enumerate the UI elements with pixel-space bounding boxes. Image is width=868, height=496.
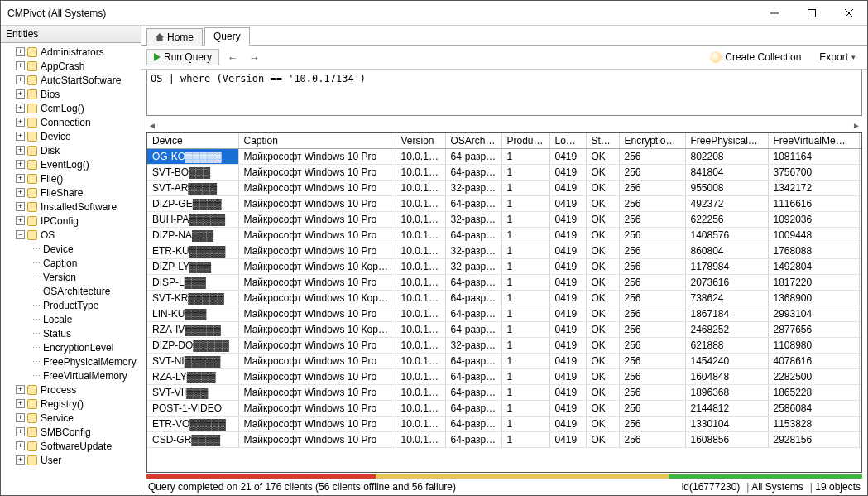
minimize-button[interactable] [755, 1, 793, 25]
tree-toggle-icon[interactable]: + [16, 188, 25, 197]
tree-node[interactable]: +Registry() [4, 397, 141, 411]
table-row[interactable]: ETR-KU▓▓▓▓▓Майкрософт Windows 10 Pro10.0… [147, 243, 861, 259]
tree-toggle-icon[interactable]: + [16, 174, 25, 183]
column-header[interactable]: Locale [549, 133, 586, 149]
tree-node[interactable]: +Administrators [4, 45, 141, 59]
tree-node[interactable]: +FileShare [4, 185, 141, 200]
table-row[interactable]: SVT-VII▓▓▓Майкрософт Windows 10 Pro10.0.… [147, 385, 861, 401]
tree-toggle-icon[interactable]: + [16, 118, 25, 127]
tree-node[interactable]: +Disk [4, 143, 141, 157]
tree-node[interactable]: +EventLog() [4, 157, 141, 171]
table-row[interactable]: DIZP-GE▓▓▓▓Майкрософт Windows 10 Pro10.0… [147, 196, 861, 212]
tab-query[interactable]: Query [204, 27, 250, 46]
table-row[interactable]: DISP-L▓▓▓Майкрософт Windows 10 Pro10.0.1… [147, 275, 861, 291]
tree-toggle-icon[interactable]: + [16, 455, 25, 465]
tree-node[interactable]: +User [4, 453, 141, 467]
tree-node[interactable]: +Process [4, 383, 141, 397]
cell-enc: 256 [619, 259, 685, 275]
tree-node[interactable]: +File() [4, 171, 141, 185]
column-header[interactable]: Caption [238, 133, 396, 149]
table-row[interactable]: OG-KO▓▓▓▓▓Майкрософт Windows 10 Pro10.0.… [147, 149, 861, 165]
tree-toggle-icon[interactable]: + [16, 61, 25, 70]
table-row[interactable]: RZA-LY▓▓▓▓Майкрософт Windows 10 Pro10.0.… [147, 369, 861, 385]
scroll-left-icon[interactable]: ◄ [148, 121, 156, 130]
tree-toggle-icon[interactable]: + [16, 385, 25, 394]
tree-node[interactable]: +SMBConfig [4, 425, 141, 439]
tree-node[interactable]: +Device [4, 129, 141, 143]
tree-toggle-icon[interactable]: + [16, 413, 25, 422]
column-header[interactable]: Version [396, 133, 445, 149]
tree-toggle-icon[interactable]: + [16, 146, 25, 155]
tree-node[interactable]: ⋯Version [4, 270, 141, 284]
tree-node[interactable]: ⋯Status [4, 326, 141, 340]
table-row[interactable]: DIZP-LY▓▓▓Майкрософт Windows 10 Корпорат… [147, 259, 861, 275]
tree-toggle-icon[interactable]: − [16, 230, 25, 239]
tree-node[interactable]: +SoftwareUpdate [4, 439, 141, 453]
tree-toggle-icon[interactable]: + [16, 104, 25, 113]
results-grid[interactable]: DeviceCaptionVersionOSArchitecturProduct… [147, 133, 861, 472]
table-row[interactable]: SVT-AR▓▓▓▓Майкрософт Windows 10 Pro10.0.… [147, 181, 861, 196]
run-query-button[interactable]: Run Query [146, 49, 219, 65]
tree-node[interactable]: ⋯EncryptionLevel [4, 340, 141, 354]
tree-node[interactable]: ⋯Device [4, 242, 141, 256]
tree-node[interactable]: ⋯Locale [4, 312, 141, 326]
tree-toggle-icon[interactable]: + [16, 202, 25, 211]
cell-device: LIN-KU▓▓▓ [147, 306, 238, 322]
column-header[interactable]: ProductTyp [501, 133, 549, 149]
table-row[interactable]: DIZP-DO▓▓▓▓▓Майкрософт Windows 10 Pro10.… [147, 338, 861, 354]
tree-node[interactable]: ⋯ProductType [4, 298, 141, 312]
column-header[interactable]: Device [147, 133, 238, 149]
tree-node[interactable]: ⋯OSArchitecture [4, 284, 141, 298]
tree-node[interactable]: ⋯FreeVirtualMemory [4, 368, 141, 383]
table-row[interactable]: ETR-VO▓▓▓▓▓Майкрософт Windows 10 Pro10.0… [147, 417, 861, 432]
tree-toggle-icon[interactable]: + [16, 89, 25, 99]
table-row[interactable]: SVT-BO▓▓▓Майкрософт Windows 10 Pro10.0.1… [147, 165, 861, 181]
table-row[interactable]: CSD-GR▓▓▓▓Майкрософт Windows 10 Pro10.0.… [147, 432, 861, 448]
tree-node[interactable]: +Service [4, 411, 141, 425]
column-header[interactable]: Status [586, 133, 619, 149]
tree-toggle-icon[interactable]: + [16, 441, 25, 450]
tree-node[interactable]: +AppCrash [4, 59, 141, 73]
column-header[interactable]: OSArchitectur [445, 133, 501, 149]
tree-toggle-icon[interactable]: + [16, 160, 25, 169]
entities-tree[interactable]: +Administrators+AppCrash+AutoStartSoftwa… [1, 43, 141, 495]
table-row[interactable]: SVT-NI▓▓▓▓▓Майкрософт Windows 10 Pro10.0… [147, 354, 861, 369]
tab-home[interactable]: Home [146, 28, 203, 46]
tree-node[interactable]: +CcmLog() [4, 101, 141, 115]
cell-caption: Майкрософт Windows 10 Pro [238, 354, 396, 369]
query-editor[interactable]: OS | where (Version == '10.0.17134') [146, 70, 862, 116]
tree-toggle-icon[interactable]: + [16, 216, 25, 225]
maximize-button[interactable] [793, 1, 830, 25]
table-row[interactable]: BUH-PA▓▓▓▓▓Майкрософт Windows 10 Pro10.0… [147, 212, 861, 228]
tree-node[interactable]: +InstalledSoftware [4, 200, 141, 214]
tree-toggle-icon[interactable]: + [16, 427, 25, 436]
table-row[interactable]: SVT-KR▓▓▓▓▓Майкрософт Windows 10 Корпора… [147, 291, 861, 306]
tree-toggle-icon[interactable]: + [16, 47, 25, 56]
cell-fpm: 492372 [685, 196, 768, 212]
close-button[interactable] [830, 1, 867, 25]
tree-node[interactable]: ⋯Caption [4, 256, 141, 270]
forward-button[interactable]: → [246, 49, 262, 65]
scroll-top-icon[interactable]: ▴ [859, 133, 861, 149]
column-header[interactable]: FreeVirtualMemory [768, 133, 859, 149]
column-header[interactable]: FreePhysicalMemo [685, 133, 768, 149]
table-row[interactable]: LIN-KU▓▓▓Майкрософт Windows 10 Pro10.0.1… [147, 306, 861, 322]
table-row[interactable]: POST-1-VIDEOМайкрософт Windows 10 Pro10.… [147, 401, 861, 417]
scroll-right-icon[interactable]: ► [852, 121, 861, 130]
tree-node[interactable]: +Connection [4, 115, 141, 129]
create-collection-button[interactable]: Create Collection [703, 50, 808, 65]
table-row[interactable]: RZA-IV▓▓▓▓▓Майкрософт Windows 10 Корпора… [147, 322, 861, 338]
tree-node[interactable]: +AutoStartSoftware [4, 73, 141, 87]
export-button[interactable]: Export [813, 50, 862, 65]
tree-node[interactable]: +IPConfig [4, 214, 141, 228]
back-button[interactable]: ← [224, 49, 241, 65]
tree-node[interactable]: −OS [4, 228, 141, 242]
folder-icon [27, 146, 37, 156]
tree-toggle-icon[interactable]: + [16, 399, 25, 408]
tree-node[interactable]: ⋯FreePhysicalMemory [4, 354, 141, 368]
tree-toggle-icon[interactable]: + [16, 75, 25, 84]
tree-toggle-icon[interactable]: + [16, 132, 25, 141]
column-header[interactable]: EncryptionLeve [619, 133, 685, 149]
table-row[interactable]: DIZP-NA▓▓▓Майкрософт Windows 10 Pro10.0.… [147, 228, 861, 243]
tree-node[interactable]: +Bios [4, 87, 141, 101]
